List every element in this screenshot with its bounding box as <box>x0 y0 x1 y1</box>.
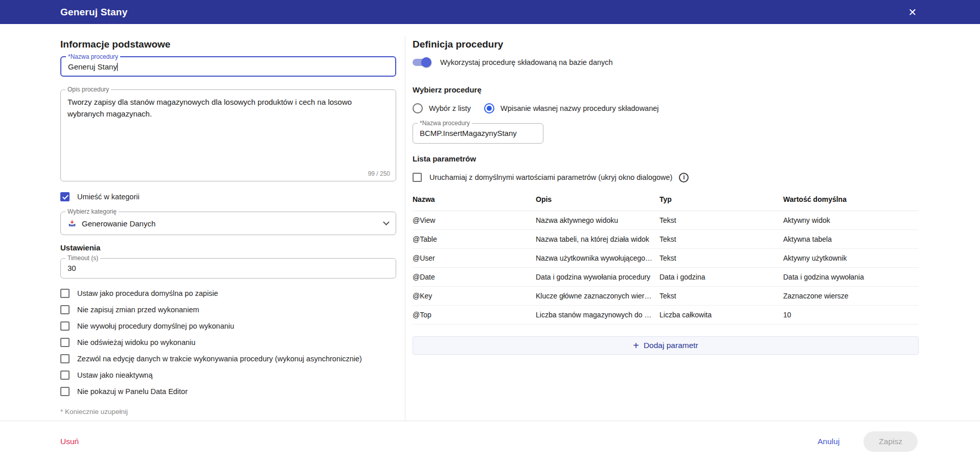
param-type: Tekst <box>659 216 783 224</box>
checkbox[interactable] <box>60 387 70 396</box>
checkbox[interactable] <box>60 321 70 331</box>
procedure-definition-title: Definicja procedury <box>413 38 919 50</box>
table-row[interactable]: @View Nazwa aktywnego widoku Tekst Aktyw… <box>413 211 919 230</box>
info-icon[interactable]: i <box>679 173 689 182</box>
category-select-label: Wybierz kategorię <box>65 208 119 215</box>
param-description: Nazwa użytkownika wywołującego… <box>536 254 659 262</box>
param-default: Zaznaczone wiersze <box>783 292 919 300</box>
table-row[interactable]: @User Nazwa użytkownika wywołującego… Te… <box>413 249 919 268</box>
checkbox[interactable] <box>60 305 70 314</box>
category-select-value: Generowanie Danych <box>82 219 155 228</box>
checkbox-label: Nie odświeżaj widoku po wykonaniu <box>77 338 195 346</box>
checkbox-label: Nie zapisuj zmian przed wykonaniem <box>77 306 199 314</box>
procedure-name-value: Generuj Stany <box>68 62 117 71</box>
procedure-description-field[interactable]: Opis procedury Tworzy zapisy dla stanów … <box>60 89 396 181</box>
place-in-category-label: Umieść w kategorii <box>77 193 140 201</box>
run-with-defaults-checkbox[interactable] <box>413 173 422 182</box>
procedure-description-value: Tworzy zapisy dla stanów magazynowych dl… <box>61 90 369 126</box>
dialog-title: Generuj Stany <box>60 7 127 18</box>
add-parameter-label: Dodaj parametr <box>644 341 698 350</box>
table-row[interactable]: @Table Nazwa tabeli, na której działa wi… <box>413 230 919 249</box>
checkbox-label: Nie wywołuj procedury domyślnej po wykon… <box>77 322 234 330</box>
timeout-field[interactable]: Timeout (s) 30 <box>60 258 396 279</box>
run-with-defaults-checkbox-row[interactable]: Uruchamiaj z domyślnymi wartościami para… <box>413 171 919 183</box>
checkbox-row-default-after-save[interactable]: Ustaw jako procedura domyślna po zapisie <box>60 287 396 299</box>
checkbox-row-allow-edit-async[interactable]: Zezwól na edycję danych w trakcie wykony… <box>60 353 396 365</box>
checkbox-row-hide-in-data-editor[interactable]: Nie pokazuj w Panelu Data Editor <box>60 385 396 398</box>
save-button[interactable]: Zapisz <box>863 431 918 452</box>
table-row[interactable]: @Top Liczba stanów magazynowych do … Lic… <box>413 306 919 325</box>
param-description: Liczba stanów magazynowych do … <box>536 311 659 319</box>
checkbox-label: Zezwól na edycję danych w trakcie wykony… <box>77 355 362 363</box>
checkbox-row-no-save-before-run[interactable]: Nie zapisuj zmian przed wykonaniem <box>60 304 396 316</box>
table-row[interactable]: @Key Klucze główne zaznaczonych wier… Te… <box>413 287 919 306</box>
basic-info-section: Informacje podstawowe *Nazwa procedury G… <box>60 24 396 415</box>
plus-icon: + <box>633 340 639 351</box>
col-header-type: Typ <box>659 192 783 211</box>
parameters-table: Nazwa Opis Typ Wartość domyślna @View Na… <box>413 192 919 325</box>
checkbox-label: Nie pokazuj w Panelu Data Editor <box>77 387 188 396</box>
checkbox-label: Ustaw jako nieaktywną <box>77 371 153 379</box>
cancel-button[interactable]: Anuluj <box>817 437 839 446</box>
param-default: Data i godzina wywołania <box>783 273 919 281</box>
col-header-description: Opis <box>536 192 659 211</box>
settings-title: Ustawienia <box>60 243 396 252</box>
table-row[interactable]: @Date Data i godzina wywołania procedury… <box>413 268 919 287</box>
radio-custom-name[interactable] <box>484 103 494 113</box>
param-type: Tekst <box>659 292 783 300</box>
choose-procedure-title: Wybierz procedurę <box>413 85 919 94</box>
close-icon[interactable]: ✕ <box>902 0 923 24</box>
radio-choose-from-list-label: Wybór z listy <box>429 104 471 112</box>
parameters-list-title: Lista parametrów <box>413 154 919 163</box>
checkbox-row-no-refresh-view[interactable]: Nie odświeżaj widoku po wykonaniu <box>60 336 396 349</box>
procedure-name-label: *Nazwa procedury <box>66 53 120 60</box>
place-in-category-checkbox[interactable] <box>60 192 70 201</box>
category-select[interactable]: Wybierz kategorię Generowanie Danych <box>60 212 396 235</box>
checkbox[interactable] <box>60 371 70 380</box>
checkbox[interactable] <box>60 338 70 347</box>
param-default: 10 <box>783 311 919 319</box>
param-description: Data i godzina wywołania procedury <box>536 273 659 281</box>
run-with-defaults-label: Uruchamiaj z domyślnymi wartościami para… <box>429 173 672 181</box>
category-icon <box>68 219 76 227</box>
checkbox[interactable] <box>60 289 70 298</box>
param-name: @Date <box>413 273 536 281</box>
param-description: Nazwa aktywnego widoku <box>536 216 659 224</box>
text-caret <box>117 63 118 71</box>
checkbox-row-set-inactive[interactable]: Ustaw jako nieaktywną <box>60 369 396 381</box>
param-type: Tekst <box>659 235 783 243</box>
delete-button[interactable]: Usuń <box>60 437 79 446</box>
param-default: Aktywny widok <box>783 216 919 224</box>
stored-procedure-name-field[interactable]: *Nazwa procedury BCMP.InsertMagazynyStan… <box>413 123 543 144</box>
procedure-definition-section: Definicja procedury Wykorzystaj procedur… <box>413 24 919 355</box>
param-name: @View <box>413 216 536 224</box>
basic-info-title: Informacje podstawowe <box>60 38 396 50</box>
timeout-value: 30 <box>61 259 396 278</box>
param-description: Nazwa tabeli, na której działa widok <box>536 235 659 243</box>
col-header-name: Nazwa <box>413 192 536 211</box>
add-parameter-button[interactable]: + Dodaj parametr <box>413 336 919 355</box>
param-description: Klucze główne zaznaczonych wier… <box>536 292 659 300</box>
checkbox-label: Ustaw jako procedura domyślna po zapisie <box>77 289 218 297</box>
toggle-thumb <box>421 57 431 67</box>
stored-procedure-toggle[interactable] <box>413 57 431 67</box>
chevron-down-icon <box>383 219 390 225</box>
settings-checkbox-list: Ustaw jako procedura domyślna po zapisie… <box>60 287 396 398</box>
timeout-label: Timeout (s) <box>65 255 100 262</box>
param-type: Liczba całkowita <box>659 311 783 319</box>
procedure-name-field[interactable]: *Nazwa procedury Generuj Stany <box>60 56 396 77</box>
param-name: @Top <box>413 311 536 319</box>
radio-choose-from-list[interactable] <box>413 103 423 113</box>
stored-procedure-toggle-row[interactable]: Wykorzystaj procedurę składowaną na bazi… <box>413 56 919 68</box>
param-name: @User <box>413 254 536 262</box>
required-note: * Koniecznie uzupełnij <box>60 408 396 415</box>
param-default: Aktywny użytkownik <box>783 254 919 262</box>
stored-procedure-toggle-label: Wykorzystaj procedurę składowaną na bazi… <box>440 58 613 66</box>
stored-procedure-name-label: *Nazwa procedury <box>418 120 472 127</box>
checkbox-row-no-default-proc-after-run[interactable]: Nie wywołuj procedury domyślnej po wykon… <box>60 320 396 332</box>
procedure-description-label: Opis procedury <box>65 86 111 93</box>
param-type: Tekst <box>659 254 783 262</box>
param-name: @Key <box>413 292 536 300</box>
checkbox[interactable] <box>60 354 70 363</box>
place-in-category-checkbox-row[interactable]: Umieść w kategorii <box>60 191 396 203</box>
